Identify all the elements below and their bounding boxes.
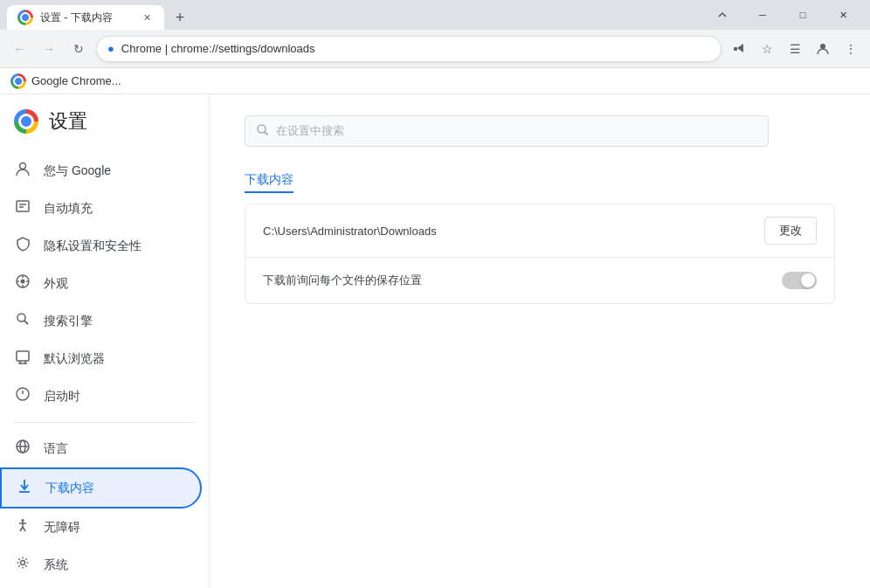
sidebar-item-appearance[interactable]: 外观: [0, 265, 202, 302]
chrome-logo-icon: [10, 73, 26, 89]
browser-name-label: Google Chrome...: [31, 74, 121, 87]
share-button[interactable]: [727, 37, 751, 61]
sidebar-item-search-engine[interactable]: 搜索引擎: [0, 302, 202, 340]
svg-point-7: [21, 280, 25, 284]
sidebar-item-accessibility[interactable]: 无障碍: [0, 508, 202, 546]
settings-chrome-logo: [14, 109, 38, 134]
svg-point-12: [17, 314, 25, 322]
ask-location-label: 下载前询问每个文件的保存位置: [263, 273, 782, 288]
download-path-row: C:\Users\Administrator\Downloads 更改: [245, 204, 834, 258]
svg-line-29: [23, 527, 25, 531]
sidebar-item-reset[interactable]: 重置并清理: [0, 584, 202, 588]
section-title: 下载内容: [245, 172, 293, 193]
sidebar-item-system[interactable]: 系统: [0, 546, 202, 584]
sidebar-toggle-button[interactable]: ☰: [783, 37, 807, 61]
default-browser-icon: [14, 349, 31, 369]
sidebar-label-accessibility: 无障碍: [44, 520, 80, 536]
you-google-icon: [14, 161, 31, 181]
minimize-button[interactable]: ─: [742, 0, 783, 30]
svg-rect-0: [734, 47, 737, 51]
svg-rect-14: [17, 351, 29, 361]
menu-button[interactable]: ⋮: [839, 37, 863, 61]
change-path-button[interactable]: 更改: [764, 217, 817, 245]
active-tab[interactable]: 设置 - 下载内容 ✕: [7, 5, 164, 30]
bookmark-button[interactable]: ☆: [755, 37, 779, 61]
appearance-icon: [14, 273, 31, 294]
settings-header: 设置: [0, 108, 209, 152]
download-path-value: C:\Users\Administrator\Downloads: [263, 225, 764, 238]
svg-point-2: [20, 163, 26, 169]
sidebar: 设置 您与 Google 自动填充 隐私设置和安全性 外观: [0, 94, 210, 588]
sidebar-item-startup[interactable]: 启动时: [0, 377, 202, 415]
sidebar-item-autofill[interactable]: 自动填充: [0, 190, 202, 227]
sidebar-label-default-browser: 默认浏览器: [44, 351, 105, 367]
settings-search-bar[interactable]: 在设置中搜索: [245, 115, 769, 147]
sidebar-item-downloads[interactable]: 下载内容: [0, 467, 202, 508]
sidebar-label-search-engine: 搜索引擎: [44, 314, 93, 329]
search-placeholder: 在设置中搜索: [276, 123, 344, 139]
tab-bar: 设置 - 下载内容 ✕ +: [7, 0, 702, 30]
sidebar-label-downloads: 下载内容: [45, 481, 94, 496]
tab-favicon: [17, 10, 33, 25]
refresh-button[interactable]: ↻: [66, 37, 91, 61]
url-path: chrome://settings/downloads: [171, 42, 315, 55]
sidebar-label-system: 系统: [44, 557, 68, 573]
svg-point-1: [820, 44, 825, 49]
new-tab-button[interactable]: +: [168, 5, 192, 30]
language-icon: [14, 439, 31, 459]
downloads-icon: [16, 478, 33, 498]
addressbar-actions: ☆ ☰ ⋮: [727, 37, 863, 61]
close-button[interactable]: ✕: [823, 0, 863, 30]
infobar: Google Chrome...: [0, 68, 870, 94]
url-domain: Chrome: [121, 42, 162, 55]
ask-location-row: 下载前询问每个文件的保存位置: [245, 258, 834, 303]
sidebar-label-startup: 启动时: [44, 389, 80, 405]
svg-point-25: [22, 519, 24, 522]
svg-rect-3: [17, 201, 29, 211]
restore-button[interactable]: □: [783, 0, 823, 30]
addressbar: ← → ↻ ● Chrome | chrome://settings/downl…: [0, 30, 870, 68]
main-layout: 设置 您与 Google 自动填充 隐私设置和安全性 外观: [0, 94, 870, 588]
sidebar-label-language: 语言: [44, 441, 68, 457]
window-controls: ─ □ ✕: [702, 0, 863, 30]
collapse-button[interactable]: [702, 0, 742, 30]
sidebar-item-default-browser[interactable]: 默认浏览器: [0, 340, 202, 377]
titlebar: 设置 - 下载内容 ✕ + ─ □ ✕: [0, 0, 870, 30]
sidebar-item-privacy[interactable]: 隐私设置和安全性: [0, 227, 202, 265]
search-icon: [256, 123, 269, 139]
autofill-icon: [14, 198, 31, 218]
sidebar-label-autofill: 自动填充: [44, 201, 93, 217]
back-button[interactable]: ←: [7, 37, 31, 61]
ask-location-toggle[interactable]: [782, 272, 817, 289]
search-engine-icon: [14, 311, 31, 331]
sidebar-label-privacy: 隐私设置和安全性: [44, 239, 142, 254]
downloads-settings-card: C:\Users\Administrator\Downloads 更改 下载前询…: [245, 204, 835, 304]
tab-title: 设置 - 下载内容: [40, 10, 113, 25]
url-secure-icon: ●: [107, 42, 114, 55]
url-separator: |: [165, 42, 171, 55]
svg-line-35: [265, 132, 268, 135]
content-area: 在设置中搜索 下载内容 C:\Users\Administrator\Downl…: [210, 94, 870, 588]
url-text: Chrome | chrome://settings/downloads: [121, 42, 315, 55]
svg-line-13: [24, 321, 28, 324]
svg-line-28: [20, 527, 23, 531]
tab-close-button[interactable]: ✕: [140, 10, 154, 24]
startup-icon: [14, 386, 31, 406]
accessibility-icon: [14, 517, 31, 537]
sidebar-item-language[interactable]: 语言: [0, 430, 202, 467]
forward-button[interactable]: →: [37, 37, 61, 61]
privacy-icon: [14, 236, 31, 256]
settings-title: 设置: [49, 108, 87, 135]
svg-point-34: [258, 125, 266, 133]
sidebar-divider: [14, 422, 195, 423]
url-bar[interactable]: ● Chrome | chrome://settings/downloads: [96, 36, 722, 62]
sidebar-label-you-google: 您与 Google: [44, 163, 111, 179]
system-icon: [14, 555, 31, 575]
svg-point-30: [21, 561, 25, 565]
sidebar-item-you-google[interactable]: 您与 Google: [0, 152, 202, 190]
sidebar-label-appearance: 外观: [44, 276, 68, 292]
profile-button[interactable]: [811, 37, 835, 61]
